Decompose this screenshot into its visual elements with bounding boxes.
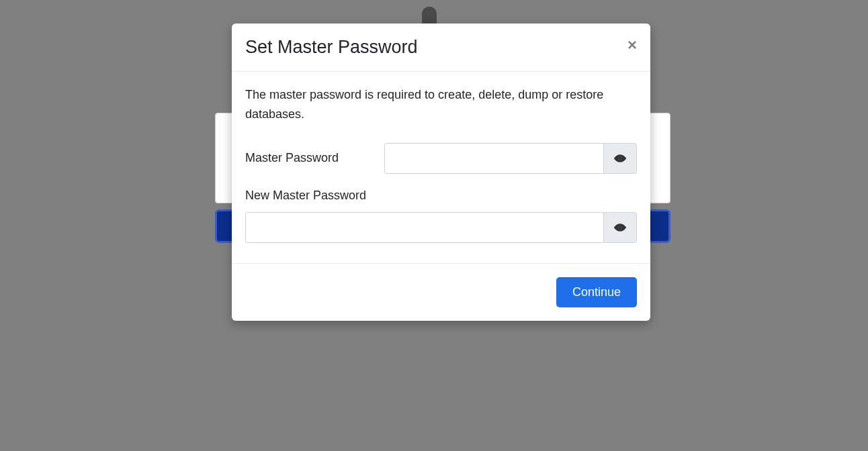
svg-point-1 (619, 157, 621, 159)
toggle-new-master-password-visibility[interactable] (603, 212, 637, 243)
modal-description: The master password is required to creat… (245, 85, 637, 124)
eye-icon (613, 154, 627, 163)
modal-header: Set Master Password × (232, 23, 650, 72)
close-button[interactable]: × (627, 37, 637, 53)
modal-body: The master password is required to creat… (232, 72, 650, 263)
new-master-password-input-group (245, 212, 637, 243)
set-master-password-modal: Set Master Password × The master passwor… (232, 23, 650, 321)
continue-button[interactable]: Continue (556, 277, 637, 307)
master-password-label: Master Password (245, 151, 384, 165)
close-icon: × (627, 36, 637, 54)
eye-icon (613, 223, 627, 232)
new-master-password-label: New Master Password (245, 189, 637, 203)
modal-footer: Continue (232, 263, 650, 321)
toggle-master-password-visibility[interactable] (603, 143, 637, 174)
new-master-password-row: New Master Password (245, 189, 637, 243)
master-password-input[interactable] (384, 143, 603, 174)
svg-point-3 (619, 226, 621, 228)
new-master-password-input[interactable] (245, 212, 603, 243)
modal-title: Set Master Password (245, 36, 418, 59)
master-password-input-group (384, 143, 637, 174)
master-password-row: Master Password (245, 143, 637, 174)
